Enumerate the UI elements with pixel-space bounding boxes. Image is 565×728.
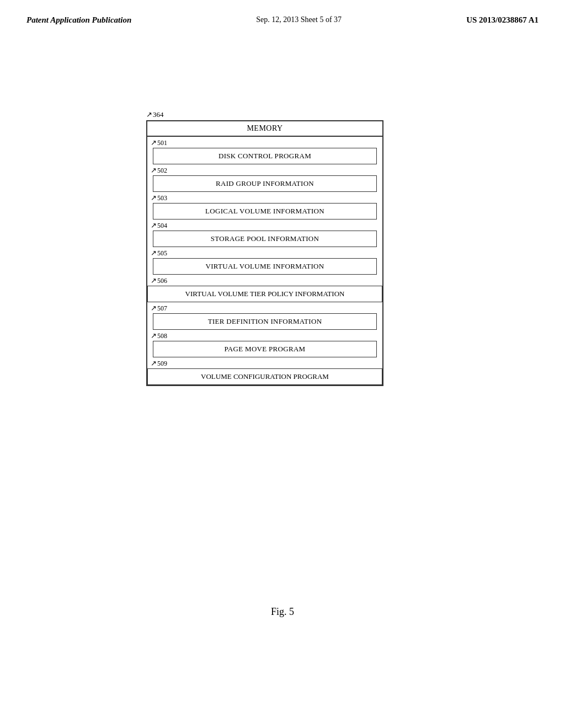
ref-arrow-504: ↗ <box>151 221 157 230</box>
outer-ref-number: 364 <box>153 110 164 119</box>
ref-arrow-506: ↗ <box>151 276 157 285</box>
sub-item-508: ↗508 PAGE MOVE PROGRAM <box>147 330 382 357</box>
memory-box: MEMORY ↗501 DISK CONTROL PROGRAM ↗502 RA… <box>146 120 383 386</box>
date-sheet-label: Sep. 12, 2013 Sheet 5 of 37 <box>256 15 342 24</box>
outer-ref-arrow: ↗ <box>146 110 152 119</box>
header-center: Sep. 12, 2013 Sheet 5 of 37 <box>256 15 342 24</box>
sub-item-505: ↗505 VIRTUAL VOLUME INFORMATION <box>147 247 382 275</box>
ref-arrow-502: ↗ <box>151 166 157 175</box>
sub-item-509: ↗509 VOLUME CONFIGURATION PROGRAM <box>147 357 382 385</box>
ref-arrow-509: ↗ <box>151 359 157 368</box>
item-box-501: DISK CONTROL PROGRAM <box>153 148 377 164</box>
patent-number-label: US 2013/0238867 A1 <box>466 15 539 24</box>
header-right: US 2013/0238867 A1 <box>466 15 539 25</box>
figure-caption: Fig. 5 <box>0 606 565 618</box>
item-box-504: STORAGE POOL INFORMATION <box>153 231 377 247</box>
ref-label-508: ↗508 <box>147 330 382 341</box>
memory-title: MEMORY <box>147 121 382 137</box>
sub-item-501: ↗501 DISK CONTROL PROGRAM <box>147 137 382 164</box>
item-box-505: VIRTUAL VOLUME INFORMATION <box>153 258 377 275</box>
item-box-508: PAGE MOVE PROGRAM <box>153 341 377 357</box>
sub-item-504: ↗504 STORAGE POOL INFORMATION <box>147 220 382 247</box>
sub-item-502: ↗502 RAID GROUP INFORMATION <box>147 164 382 192</box>
ref-label-503: ↗503 <box>147 192 382 203</box>
header-left: Patent Application Publication <box>26 15 131 25</box>
ref-arrow-507: ↗ <box>151 304 157 313</box>
ref-label-507: ↗507 <box>147 302 382 313</box>
ref-label-509: ↗509 <box>147 357 382 368</box>
ref-arrow-501: ↗ <box>151 138 157 147</box>
item-box-506: VIRTUAL VOLUME TIER POLICY INFORMATION <box>147 286 382 302</box>
page-header: Patent Application Publication Sep. 12, … <box>0 0 565 25</box>
outer-ref-label: ↗364 <box>146 110 383 119</box>
ref-label-504: ↗504 <box>147 220 382 231</box>
item-box-509: VOLUME CONFIGURATION PROGRAM <box>147 368 382 385</box>
diagram-container: ↗364 MEMORY ↗501 DISK CONTROL PROGRAM ↗5… <box>146 110 383 386</box>
sub-item-506: ↗506 VIRTUAL VOLUME TIER POLICY INFORMAT… <box>147 275 382 302</box>
ref-label-505: ↗505 <box>147 247 382 258</box>
item-box-507: TIER DEFINITION INFORMATION <box>153 313 377 330</box>
publication-label: Patent Application Publication <box>26 15 131 24</box>
item-box-503: LOGICAL VOLUME INFORMATION <box>153 203 377 220</box>
sub-item-507: ↗507 TIER DEFINITION INFORMATION <box>147 302 382 330</box>
ref-arrow-508: ↗ <box>151 331 157 340</box>
sub-item-503: ↗503 LOGICAL VOLUME INFORMATION <box>147 192 382 220</box>
ref-label-502: ↗502 <box>147 164 382 175</box>
ref-arrow-505: ↗ <box>151 249 157 258</box>
ref-label-506: ↗506 <box>147 275 382 286</box>
ref-arrow-503: ↗ <box>151 194 157 202</box>
ref-label-501: ↗501 <box>147 137 382 148</box>
item-box-502: RAID GROUP INFORMATION <box>153 175 377 192</box>
